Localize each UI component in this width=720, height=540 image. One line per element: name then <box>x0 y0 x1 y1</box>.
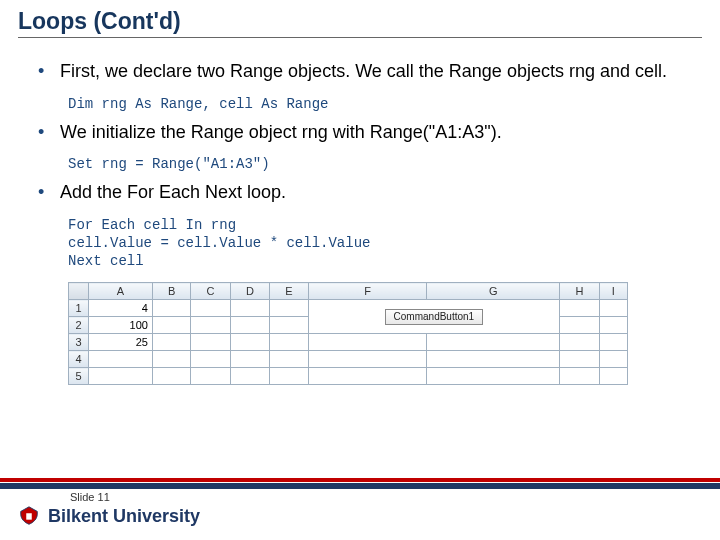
code-dim: Dim rng As Range, cell As Range <box>28 89 692 121</box>
title-divider <box>18 37 702 38</box>
bullet-initialize: We initialize the Range object rng with … <box>38 121 692 144</box>
col-header: F <box>308 283 427 300</box>
slide-number: Slide 11 <box>0 489 720 503</box>
cell-a1: 4 <box>89 300 153 317</box>
code-loop: For Each cell In rng cell.Value = cell.V… <box>28 210 692 279</box>
col-header: B <box>152 283 190 300</box>
svg-rect-0 <box>26 513 32 519</box>
page-title: Loops (Cont'd) <box>18 8 702 35</box>
university-name: Bilkent University <box>48 506 200 527</box>
col-header: A <box>89 283 153 300</box>
cell-a3: 25 <box>89 334 153 351</box>
col-header: D <box>230 283 270 300</box>
row-header: 3 <box>69 334 89 351</box>
row-header: 2 <box>69 317 89 334</box>
footer-stripe-red <box>0 478 720 482</box>
code-set: Set rng = Range("A1:A3") <box>28 149 692 181</box>
bullet-declare: First, we declare two Range objects. We … <box>38 60 692 83</box>
excel-corner <box>69 283 89 300</box>
bullet-foreach: Add the For Each Next loop. <box>38 181 692 204</box>
col-header: C <box>191 283 231 300</box>
university-logo-icon <box>18 505 40 527</box>
command-button[interactable]: CommandButton1 <box>385 309 484 326</box>
content-area: First, we declare two Range objects. We … <box>0 42 720 385</box>
col-header: G <box>427 283 560 300</box>
col-header: I <box>599 283 627 300</box>
row-header: 5 <box>69 368 89 385</box>
cell-a2: 100 <box>89 317 153 334</box>
footer: Slide 11 Bilkent University <box>0 478 720 540</box>
row-header: 4 <box>69 351 89 368</box>
row-header: 1 <box>69 300 89 317</box>
col-header: E <box>270 283 308 300</box>
col-header: H <box>560 283 600 300</box>
excel-grid: A B C D E F G H I 1 4 CommandButton1 2 1… <box>68 282 628 385</box>
